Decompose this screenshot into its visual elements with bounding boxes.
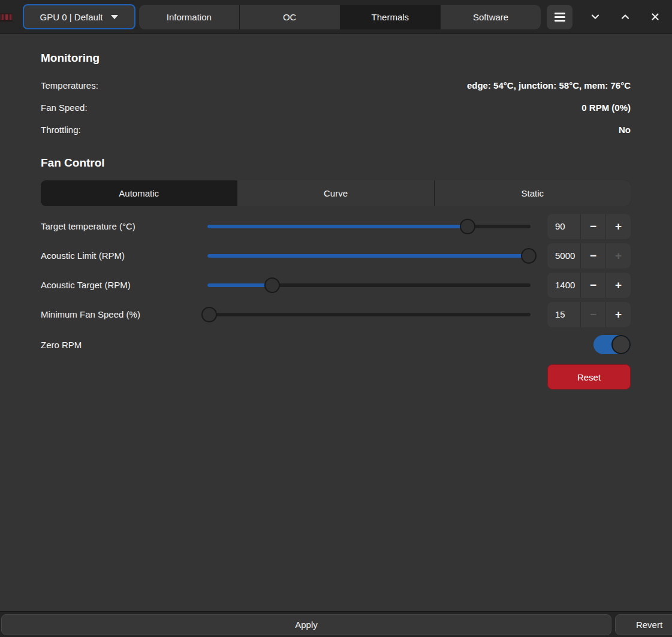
acoustic-limit-spinbox: 5000 − + (547, 243, 631, 268)
target-temperature-increment-button[interactable]: + (606, 214, 631, 239)
slider-track (207, 313, 531, 316)
revert-button[interactable]: Revert (615, 614, 672, 635)
thermals-page: Monitoring Temperatures: edge: 54°C, jun… (0, 52, 672, 390)
minus-icon: − (590, 220, 596, 233)
fan-mode-static[interactable]: Static (435, 180, 631, 206)
temperatures-row: Temperatures: edge: 54°C, junction: 58°C… (41, 74, 631, 96)
app-icon (0, 13, 13, 22)
plus-icon: + (615, 249, 622, 262)
fan-mode-static-label: Static (522, 188, 544, 198)
tab-oc[interactable]: OC (240, 5, 340, 29)
slider-fill (207, 254, 529, 258)
tab-thermals-label: Thermals (372, 12, 409, 22)
plus-icon: + (615, 308, 622, 321)
throttling-label: Throttling: (41, 125, 81, 135)
acoustic-target-slider[interactable] (207, 277, 531, 294)
fan-mode-segmented-control: Automatic Curve Static (41, 180, 631, 206)
acoustic-limit-value[interactable]: 5000 (547, 243, 580, 268)
acoustic-target-label: Acoustic Target (RPM) (41, 280, 207, 290)
header-bar: GPU 0 | Default Information OC Thermals … (0, 0, 672, 34)
monitoring-section-title: Monitoring (41, 52, 631, 65)
gpu-selector-dropdown[interactable]: GPU 0 | Default (23, 4, 135, 29)
footer-bar: Apply Revert (0, 611, 672, 637)
acoustic-target-increment-button[interactable]: + (606, 273, 631, 298)
acoustic-target-value[interactable]: 1400 (547, 273, 580, 298)
plus-icon: + (615, 279, 622, 292)
slider-handle[interactable] (264, 277, 280, 293)
toggle-knob (611, 335, 631, 354)
tab-thermals[interactable]: Thermals (340, 5, 441, 29)
reset-button[interactable]: Reset (547, 364, 631, 390)
revert-button-label: Revert (636, 620, 662, 630)
fan-speed-row: Fan Speed: 0 RPM (0%) (41, 96, 631, 119)
fan-mode-curve[interactable]: Curve (237, 180, 433, 206)
fan-speed-value: 0 RPM (0%) (581, 102, 631, 113)
window-controls (584, 6, 666, 28)
reset-button-label: Reset (577, 372, 601, 382)
chevron-down-icon (111, 15, 118, 19)
fan-mode-curve-label: Curve (324, 188, 348, 198)
slider-handle[interactable] (460, 219, 475, 234)
apply-button[interactable]: Apply (1, 614, 611, 635)
slider-handle[interactable] (521, 248, 537, 264)
acoustic-target-decrement-button[interactable]: − (581, 273, 605, 298)
maximize-button[interactable] (614, 6, 636, 28)
acoustic-limit-decrement-button[interactable]: − (581, 243, 605, 268)
minimum-fan-speed-slider[interactable] (207, 306, 531, 323)
acoustic-limit-slider[interactable] (207, 247, 531, 264)
gpu-selector-label: GPU 0 | Default (40, 12, 103, 22)
minimum-fan-speed-increment-button[interactable]: + (606, 302, 631, 327)
minimum-fan-speed-label: Minimum Fan Speed (%) (41, 309, 207, 319)
slider-handle[interactable] (201, 307, 217, 322)
slider-fill (207, 225, 468, 228)
acoustic-limit-label: Acoustic Limit (RPM) (41, 250, 207, 261)
acoustic-target-row: Acoustic Target (RPM) 1400 − + (41, 270, 631, 300)
throttling-value: No (619, 125, 631, 135)
target-temperature-slider[interactable] (207, 218, 531, 235)
chevron-up-icon (620, 12, 630, 22)
tab-information-label: Information (167, 12, 212, 22)
acoustic-limit-increment-button[interactable]: + (606, 243, 631, 268)
minus-icon: − (590, 249, 596, 262)
zero-rpm-row: Zero RPM (41, 330, 631, 359)
zero-rpm-toggle[interactable] (593, 335, 631, 354)
minimum-fan-speed-row: Minimum Fan Speed (%) 15 − + (41, 300, 631, 329)
minimum-fan-speed-value[interactable]: 15 (547, 302, 580, 327)
temperatures-label: Temperatures: (41, 80, 98, 90)
tab-oc-label: OC (283, 12, 297, 22)
fan-control-section-title: Fan Control (41, 156, 631, 170)
target-temperature-value[interactable]: 90 (547, 214, 580, 239)
minus-icon: − (590, 279, 596, 292)
main-menu-button[interactable] (547, 5, 572, 29)
temperatures-value: edge: 54°C, junction: 58°C, mem: 76°C (467, 80, 631, 90)
acoustic-limit-row: Acoustic Limit (RPM) 5000 − + (41, 241, 631, 270)
close-button[interactable] (644, 6, 666, 28)
target-temperature-row: Target temperature (°C) 90 − + (41, 212, 631, 241)
fan-mode-automatic-label: Automatic (119, 188, 159, 198)
slider-fill (207, 283, 272, 287)
apply-button-label: Apply (295, 620, 318, 630)
minimize-button[interactable] (584, 6, 606, 28)
throttling-row: Throttling: No (41, 119, 631, 141)
minus-icon: − (590, 308, 596, 321)
plus-icon: + (615, 220, 622, 233)
target-temperature-decrement-button[interactable]: − (581, 214, 605, 239)
minimum-fan-speed-spinbox: 15 − + (547, 302, 631, 327)
fan-speed-label: Fan Speed: (41, 102, 88, 113)
hamburger-icon (555, 13, 565, 22)
target-temperature-label: Target temperature (°C) (41, 221, 207, 231)
fan-mode-automatic[interactable]: Automatic (41, 180, 237, 206)
tab-software[interactable]: Software (441, 5, 541, 29)
acoustic-target-spinbox: 1400 − + (547, 273, 631, 298)
tab-group: Information OC Thermals Software (139, 5, 541, 29)
reset-row: Reset (41, 364, 631, 390)
close-icon (650, 12, 660, 22)
minimum-fan-speed-decrement-button[interactable]: − (581, 302, 605, 327)
tab-information[interactable]: Information (139, 5, 239, 29)
zero-rpm-label: Zero RPM (41, 340, 82, 350)
chevron-down-icon (590, 12, 600, 22)
tab-software-label: Software (473, 12, 508, 22)
target-temperature-spinbox: 90 − + (547, 214, 631, 239)
